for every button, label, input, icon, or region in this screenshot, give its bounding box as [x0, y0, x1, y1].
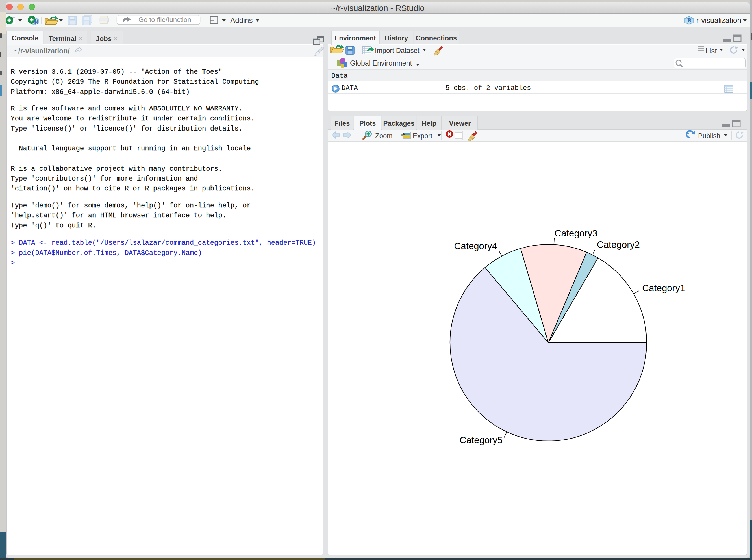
svg-text:Category1: Category1: [642, 283, 685, 293]
svg-text:Category5: Category5: [460, 435, 503, 445]
svg-text:Category4: Category4: [454, 241, 497, 251]
svg-text:Category2: Category2: [597, 239, 640, 250]
svg-text:Category3: Category3: [554, 228, 597, 238]
